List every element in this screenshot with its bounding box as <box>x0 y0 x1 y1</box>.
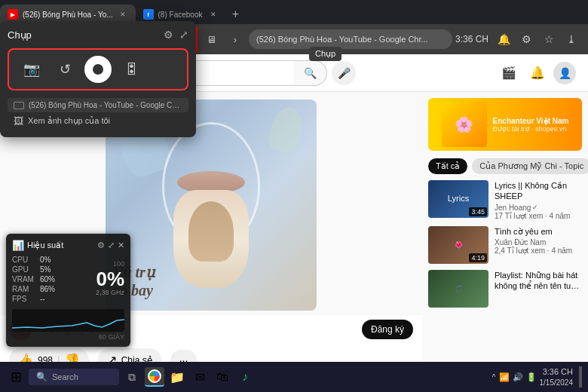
taskbar-spotify[interactable]: ♪ <box>235 367 255 387</box>
tab-facebook-close[interactable]: ✕ <box>208 9 219 20</box>
related-title-1: Lyrics || Không Cần SHEEP <box>495 180 582 202</box>
taskbar-chrome[interactable] <box>145 367 164 387</box>
fps-label: FPS <box>12 295 34 303</box>
video1-duration: 3:45 <box>469 207 487 216</box>
perf-header: 📊 Hiệu suất ⚙ ⤢ ✕ <box>12 240 124 251</box>
perf-graph-svg <box>12 309 124 332</box>
ad-text-content: Enchanteur Việt Nam Được tài trợ · shope… <box>493 117 569 133</box>
view-shots-icon: 🖼 <box>14 115 23 127</box>
filter-all[interactable]: Tất cả <box>428 158 467 174</box>
filter-topic[interactable]: Của Phương Mỹ Chi - Topic <box>472 158 588 174</box>
subscribe-button[interactable]: Đăng ký <box>362 320 413 339</box>
yt-bell-icon[interactable]: 🔔 <box>525 60 550 86</box>
performance-widget: 📊 Hiệu suất ⚙ ⤢ ✕ CPU 0% GPU 5% VRAM 60%… <box>6 234 130 347</box>
perf-bar-label: 100 <box>113 260 124 268</box>
taskbar-explorer[interactable]: 📁 <box>167 367 187 387</box>
perf-big-subtitle: 2,38 GHz <box>61 289 124 296</box>
capture-refresh-tool[interactable]: ↺ <box>51 56 78 83</box>
yt-mic-button[interactable]: 🎤 <box>332 61 356 85</box>
yt-video-icon[interactable]: 🎬 <box>496 60 522 86</box>
perf-time-label: 60 GIÂY <box>12 333 124 341</box>
album-figure <box>166 171 256 292</box>
new-tab-button[interactable]: + <box>226 5 246 24</box>
system-tray: ^ 📶 🔊 🔋 3:36 CH 1/15/2024 <box>492 366 582 387</box>
perf-time-text: 60 GIÂY <box>99 333 124 341</box>
fps-value: -- <box>40 295 55 303</box>
capture-expand-icon[interactable]: ⤢ <box>179 29 188 41</box>
settings-icon[interactable]: ⚙ <box>516 29 537 50</box>
related-views-2: 2,4 Tỉ lượt xem · 4 năm <box>495 247 582 255</box>
capture-tab-label: (526) Bóng Phù Hoa - YouTube - Google Ch… <box>29 101 182 109</box>
filter-all-label: Tất cả <box>436 161 460 170</box>
related-title-2: Tình cờ yêu em <box>495 226 582 237</box>
ad-thumbnail: 🌸 <box>442 102 487 147</box>
tab-youtube-close[interactable]: ✕ <box>118 9 128 20</box>
taskbar-mail[interactable]: ✉ <box>190 367 210 387</box>
ad-title: Enchanteur Việt Nam <box>493 117 569 125</box>
perf-close-icon[interactable]: ✕ <box>118 240 124 250</box>
capture-settings-tool[interactable]: 🎛 <box>118 56 145 83</box>
bookmark2-icon[interactable]: ☆ <box>538 29 559 50</box>
gpu-value: 5% <box>40 265 55 274</box>
view-my-shots-button[interactable]: 🖼 Xem ảnh chụp của tôi <box>8 112 188 130</box>
perf-title: 📊 Hiệu suất <box>12 240 63 251</box>
bookmark-icon[interactable]: 🔔 <box>493 29 514 50</box>
related-views-1: 17 Tỉ lượt xem · 4 năm <box>495 212 582 220</box>
taskbar: ⊞ 🔍 Search ⧉ 📁 ✉ 🛍 ♪ ^ 📶 🔊 🔋 3:36 CH 1/1… <box>0 362 588 392</box>
download-icon[interactable]: ⤓ <box>561 29 582 50</box>
tray-chevron[interactable]: ^ <box>492 373 496 381</box>
yt-account-icon[interactable]: 👤 <box>553 62 576 84</box>
yt-header-right: 🎬 🔔 👤 <box>496 60 576 86</box>
sidebar-ad[interactable]: 🌸 Enchanteur Việt Nam Được tài trợ · sho… <box>428 98 582 151</box>
capture-tools: 📷 ↺ 🎛 <box>8 48 188 90</box>
perf-big-percent: 0% <box>61 269 124 289</box>
taskbar-store[interactable]: 🛍 <box>213 367 232 387</box>
perf-stats-grid: CPU 0% GPU 5% VRAM 60% RAM 86% FPS -- <box>12 256 55 303</box>
related-info-3: Playlist: Những bài hát không thể nên tê… <box>495 270 582 308</box>
vram-value: 60% <box>40 275 55 283</box>
toolbar-time: 3:36 CH <box>455 34 488 44</box>
taskbar-clock[interactable]: 3:36 CH 1/15/2024 <box>540 366 574 387</box>
task-view-button[interactable]: ⧉ <box>122 367 142 387</box>
capture-tab-reference[interactable]: (526) Bóng Phù Hoa - YouTube - Google Ch… <box>8 98 188 112</box>
tab-facebook-title: (8) Facebook <box>158 11 204 19</box>
tray-sound[interactable]: 🔊 <box>513 372 523 382</box>
address-bar[interactable]: (526) Bóng Phù Hoa - YouTube - Google Ch… <box>249 29 452 49</box>
toolbar-btn-more[interactable]: › <box>225 29 246 50</box>
related-video-2[interactable]: 🌺 4:19 Tình cờ yêu em Xuân Đức Nam 2,4 T… <box>428 226 582 264</box>
perf-expand-icon[interactable]: ⤢ <box>108 240 115 250</box>
tab-youtube-title: (526) Bóng Phù Hoa - Yo... <box>23 11 113 19</box>
taskbar-time-display: 3:36 CH <box>540 366 574 377</box>
perf-title-text: Hiệu suất <box>27 240 63 250</box>
taskbar-search-label: Search <box>52 372 78 381</box>
video2-duration: 4:19 <box>469 253 487 262</box>
related-video-3[interactable]: 🎵 Playlist: Những bài hát không thể nên … <box>428 270 582 308</box>
perf-stats-container: CPU 0% GPU 5% VRAM 60% RAM 86% FPS -- 10… <box>12 256 124 309</box>
capture-record-tool[interactable] <box>84 56 112 83</box>
ram-value: 86% <box>40 285 55 293</box>
tray-network[interactable]: 📶 <box>499 372 510 382</box>
toolbar-btn-monitor[interactable]: 🖥 <box>201 29 222 50</box>
related-channel-1: Jen Hoang ✓ <box>495 204 582 212</box>
filter-bar: Tất cả Của Phương Mỹ Chi - Topic <box>428 158 582 174</box>
yt-search-button[interactable]: 🔍 <box>294 60 327 86</box>
taskbar-search[interactable]: 🔍 Search <box>29 369 119 385</box>
related-thumb-1: Lyrics 3:45 <box>428 180 488 218</box>
capture-area-tool[interactable]: 📷 <box>18 56 45 83</box>
perf-settings-icon[interactable]: ⚙ <box>97 240 105 250</box>
gpu-label: GPU <box>12 265 34 274</box>
related-thumb-2: 🌺 4:19 <box>428 226 488 264</box>
youtube-favicon: ▶ <box>8 9 18 20</box>
tray-battery[interactable]: 🔋 <box>526 372 537 382</box>
start-button[interactable]: ⊞ <box>6 367 26 387</box>
cpu-label: CPU <box>12 256 34 264</box>
related-video-1[interactable]: Lyrics 3:45 Lyrics || Không Cần SHEEP Je… <box>428 180 582 220</box>
capture-tab-icon <box>14 102 24 109</box>
related-info-1: Lyrics || Không Cần SHEEP Jen Hoang ✓ 17… <box>495 180 582 220</box>
show-desktop-btn[interactable] <box>579 366 582 387</box>
capture-settings-icon[interactable]: ⚙ <box>164 29 173 41</box>
perf-graph <box>12 309 124 332</box>
yt-sidebar: 🌸 Enchanteur Việt Nam Được tài trợ · sho… <box>422 92 588 392</box>
ad-subtext: Được tài trợ · shopee.vn <box>493 125 569 133</box>
chup-tooltip-label: Chụp <box>315 49 335 58</box>
